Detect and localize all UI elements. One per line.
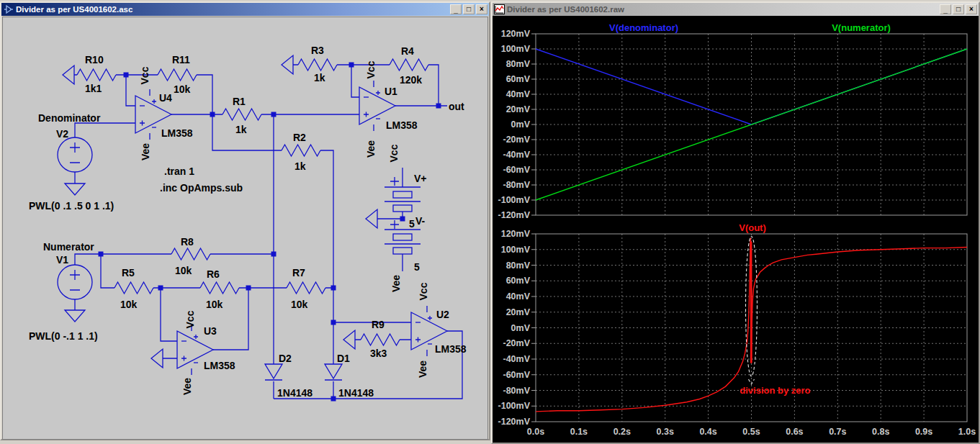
label-R11: R11 <box>172 54 190 65</box>
resistor-R1[interactable] <box>222 109 261 120</box>
label-Vplus: V+ <box>414 173 427 184</box>
label-vee: Vee <box>365 140 377 158</box>
label-V2: V2 <box>56 128 68 140</box>
label-U2: U2 <box>436 309 449 320</box>
label-R2: R2 <box>293 132 306 143</box>
ground-icon[interactable] <box>63 65 74 84</box>
trace-title-out[interactable]: V(out) <box>739 222 766 233</box>
junction-node <box>246 286 251 291</box>
label-R11-value: 10k <box>174 83 191 95</box>
label-V2-pwl: PWL(0 .1 .5 0 1 .1) <box>29 200 114 212</box>
ground-icon[interactable] <box>343 330 355 349</box>
source-V2[interactable] <box>58 137 92 172</box>
schematic-canvas[interactable]: R10 1k1 R11 10k R1 1k R3 1k R4 120k R2 1… <box>2 17 488 440</box>
resistor-R3[interactable] <box>298 59 337 71</box>
waveform-svg[interactable]: V(denominator) V(numerator) V(out) 120mV… <box>493 16 979 443</box>
x-tick-label: 0.6s <box>786 427 803 437</box>
maximize-button[interactable]: □ <box>463 4 475 14</box>
label-R8-value: 10k <box>175 265 192 276</box>
trace-title-denominator[interactable]: V(denominator) <box>609 22 678 33</box>
label-R5-value: 10k <box>120 299 138 310</box>
label-vcc: Vcc <box>139 66 150 84</box>
ground-icon[interactable] <box>282 55 293 74</box>
y-tick-label: -20mV <box>503 338 530 348</box>
resistor-R7[interactable] <box>287 282 325 294</box>
plot-area[interactable]: V(denominator) V(numerator) V(out) 120mV… <box>493 16 979 443</box>
label-R9-value: 3k3 <box>370 348 387 359</box>
y-tick-label: 20mV <box>506 307 531 317</box>
directive-include: .inc OpAmps.sub <box>160 182 243 194</box>
ground-icon[interactable] <box>366 209 377 228</box>
junction-node <box>158 286 163 291</box>
diode-D2[interactable] <box>265 364 282 380</box>
directive-tran: .tran 1 <box>164 166 194 177</box>
label-R6: R6 <box>207 268 220 280</box>
y-tick-label: -80mV <box>503 386 530 396</box>
y-tick-label: 120mV <box>501 229 531 239</box>
resistor-R4[interactable] <box>390 59 428 71</box>
label-vcc: Vcc <box>418 282 429 300</box>
source-V1[interactable] <box>58 265 92 299</box>
label-vee: Vee <box>181 378 193 395</box>
waveform-window-title: Divider as per US4001602.raw <box>507 5 938 14</box>
junction-node <box>124 73 129 78</box>
label-R1-value: 1k <box>235 124 247 135</box>
label-V1: V1 <box>56 254 68 266</box>
y-tick-label: -60mV <box>503 165 530 175</box>
schematic-titlebar[interactable]: Divider as per US4001602.asc _ □ × <box>1 3 489 16</box>
y-tick-label: -120mV <box>498 417 531 427</box>
junction-node <box>331 286 336 291</box>
label-Vminus: V- <box>415 215 426 227</box>
resistor-R8[interactable] <box>171 248 210 260</box>
ground-icon[interactable] <box>151 349 163 368</box>
minimize-button[interactable]: _ <box>940 4 951 14</box>
trace-title-numerator[interactable]: V(numerator) <box>832 22 891 33</box>
junction-node <box>331 320 336 325</box>
waveform-titlebar[interactable]: Divider as per US4001602.raw _ □ × <box>493 3 979 16</box>
label-D2-value: 1N4148 <box>277 387 313 399</box>
label-R5: R5 <box>122 267 135 278</box>
ground-icon[interactable] <box>65 184 85 195</box>
y-tick-label: -40mV <box>503 150 530 160</box>
y-tick-label: 80mV <box>506 59 531 69</box>
plot-pane-bottom[interactable]: 120mV100mV80mV60mV40mV20mV0mV-20mV-40mV-… <box>498 229 976 437</box>
waveform-window-icon[interactable] <box>494 4 505 14</box>
close-button[interactable]: × <box>476 4 487 14</box>
schematic-svg[interactable]: R10 1k1 R11 10k R1 1k R3 1k R4 120k R2 1… <box>3 17 487 439</box>
schematic-window: Divider as per US4001602.asc _ □ × <box>0 1 490 440</box>
label-vee: Vee <box>390 275 402 292</box>
label-R10-value: 1k1 <box>85 83 102 94</box>
y-tick-label: 40mV <box>506 89 531 99</box>
resistor-R6[interactable] <box>200 282 239 294</box>
label-R1: R1 <box>233 96 246 107</box>
label-D1: D1 <box>337 353 350 364</box>
minimize-button[interactable]: _ <box>450 4 462 14</box>
label-Vplus-value: 5 <box>409 218 415 230</box>
close-button[interactable]: × <box>966 4 977 14</box>
x-tick-label: 0.0s <box>527 427 544 437</box>
x-tick-label: 0.9s <box>915 427 932 437</box>
resistor-R5[interactable] <box>114 282 153 294</box>
junction-node <box>436 104 441 109</box>
y-tick-label: 120mV <box>501 29 531 39</box>
junction-node <box>331 397 336 402</box>
plot-pane-top[interactable]: 120mV100mV80mV60mV40mV20mV0mV-20mV-40mV-… <box>498 29 967 220</box>
ground-icon[interactable] <box>65 310 85 322</box>
label-R4-value: 120k <box>400 74 422 86</box>
resistor-R2[interactable] <box>282 145 320 156</box>
annotation-label: division by zero <box>740 385 810 396</box>
diode-D1[interactable] <box>325 364 342 380</box>
wires-denominator-stage[interactable] <box>74 75 359 288</box>
label-U4-part: LM358 <box>161 127 193 139</box>
label-denominator-net: Denominator <box>38 112 101 124</box>
maximize-button[interactable]: □ <box>953 4 964 14</box>
resistor-R11[interactable] <box>158 69 197 81</box>
label-R4: R4 <box>401 45 414 57</box>
x-tick-label: 1.0s <box>958 427 976 437</box>
resistor-R9[interactable] <box>361 334 400 345</box>
resistor-R10[interactable] <box>77 69 116 81</box>
y-tick-label: 0mV <box>511 323 531 333</box>
label-U3-part: LM358 <box>204 360 235 371</box>
schematic-window-icon[interactable] <box>3 4 14 14</box>
x-tick-label: 0.4s <box>699 427 716 437</box>
